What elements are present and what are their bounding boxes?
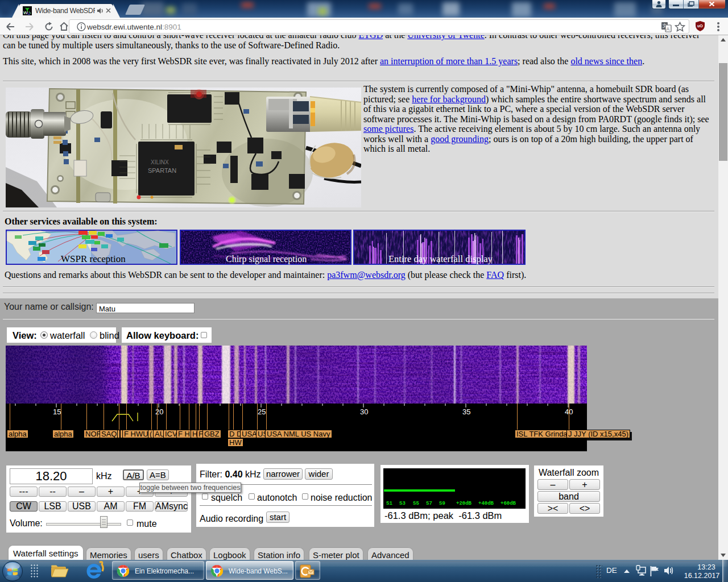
- svg-text:WSPR reception: WSPR reception: [61, 253, 126, 264]
- svg-text:A: A: [667, 26, 670, 32]
- svg-text:SPARTAN: SPARTAN: [148, 167, 176, 174]
- svg-text:Entire day waterfall display: Entire day waterfall display: [388, 253, 493, 264]
- svg-text:uO: uO: [697, 24, 703, 28]
- svg-text:XILINX: XILINX: [151, 159, 169, 165]
- svg-text:U: U: [27, 11, 31, 15]
- svg-text:Chirp signal reception: Chirp signal reception: [226, 254, 307, 264]
